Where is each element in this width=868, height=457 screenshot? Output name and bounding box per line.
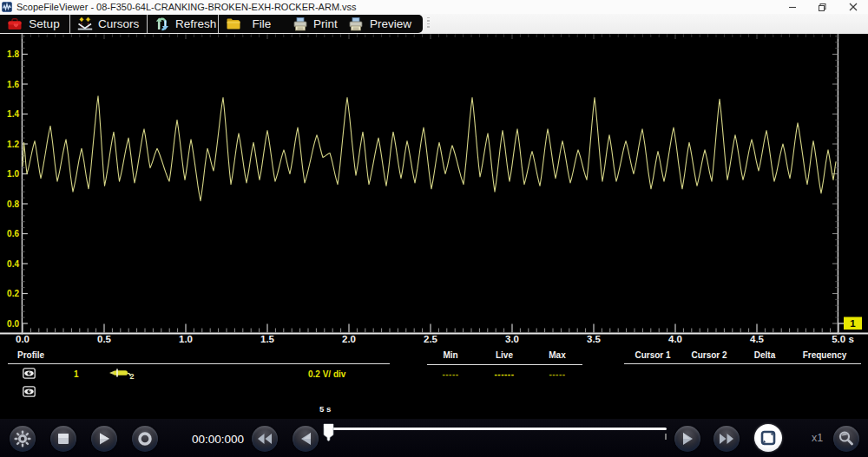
y-tick-label: 1.4 [7,109,19,119]
x-tick-label: 1.5 [260,334,275,344]
app-logo-icon [2,2,12,12]
max-column-header: Max [536,350,578,360]
plot-background [0,34,868,346]
slider-end-tick [665,434,667,440]
fast-forward-button[interactable] [713,426,740,452]
waveform-plot[interactable]: 0.00.51.01.52.02.53.03.54.04.55.0 s0.00.… [0,34,868,346]
cursor2-column-header: Cursor 2 [683,350,735,360]
y-tick-label: 0.4 [7,259,19,269]
x-tick-label: 0.0 [16,334,30,344]
x-tick-label: 2.5 [424,334,438,344]
restore-icon [818,3,827,12]
step-back-button[interactable] [293,426,319,452]
settings-gear-icon [14,430,31,447]
fast-rewind-button[interactable] [252,426,278,452]
fast-rewind-icon [257,433,273,445]
toolbox-red-icon [7,16,23,32]
folder-yellow-icon [226,16,241,32]
settings-button[interactable] [10,426,36,452]
print-preview-icon [348,16,364,32]
step-back-icon [299,432,312,446]
eye-icon[interactable] [23,368,36,379]
fit-screen-button[interactable] [754,424,782,452]
record-icon [138,432,152,446]
printer-icon [293,16,308,32]
zoom-level-label: x1 [812,432,823,444]
play-button[interactable] [91,426,117,452]
y-tick-label: 1.8 [7,49,19,59]
y-tick-label: 1.0 [7,169,19,179]
y-tick-label: 0.6 [7,229,19,238]
step-forward-button[interactable] [674,426,700,452]
channel-number: 1 [74,369,79,379]
y-axis-line [22,34,23,335]
probe-2-icon[interactable]: 2 [109,368,135,380]
frequency-column-header: Frequency [795,350,854,360]
position-slider-track[interactable] [332,428,667,430]
stop-icon [57,433,69,445]
transport-bar: 00:00:000 [0,419,868,457]
min-value: ----- [430,369,471,379]
minimize-icon [788,3,797,11]
time-display: 00:00:000 [192,433,244,446]
window-controls [777,0,868,14]
values-header-rule [427,364,582,365]
y-tick-label: 1.2 [7,140,19,149]
fit-screen-icon [760,429,777,447]
refresh-button[interactable]: Refresh [148,15,218,33]
window-title: ScopeFileViewer - 08-F350-64L-CRANKING-B… [16,0,357,14]
live-value: ------ [483,369,525,379]
record-button[interactable] [132,426,158,452]
file-button[interactable]: File [219,15,286,33]
maximize-button[interactable] [807,0,838,14]
file-button-label: File [241,17,286,30]
live-column-header: Live [483,350,525,360]
channel-marker-label: 1 [850,318,856,329]
min-column-header: Min [430,350,471,360]
right-axis-line [838,34,838,335]
cursors-icon [77,16,93,32]
title-bar: ScopeFileViewer - 08-F350-64L-CRANKING-B… [0,0,868,14]
refresh-button-label: Refresh [170,17,225,30]
eye-icon[interactable] [23,386,36,397]
position-slider-thumb[interactable] [323,423,334,441]
close-icon [849,3,858,11]
setup-button[interactable]: Setup [0,15,69,33]
preview-button[interactable]: Preview [341,15,421,33]
y-tick-label: 1.6 [7,80,19,89]
x-tick-label: 0.5 [97,334,112,344]
refresh-icon [155,16,170,32]
zoom-magnifier-icon [838,430,855,447]
y-tick-label: 0.0 [7,319,19,329]
x-tick-label: 4.0 [668,334,682,344]
y-tick-label: 0.2 [7,289,19,298]
time-range-label: 5 s [319,404,331,414]
delta-column-header: Delta [739,350,791,360]
scope-file-viewer-window: ScopeFileViewer - 08-F350-64L-CRANKING-B… [0,0,868,457]
close-button[interactable] [838,0,868,14]
y-tick-label: 0.8 [7,199,19,209]
x-tick-label: 3.5 [587,334,602,344]
cursors-header-rule [624,363,861,364]
preview-button-label: Preview [364,17,421,30]
print-button[interactable]: Print [286,15,341,33]
measurement-panel: Profile Min Live Max Cursor 1 Cursor 2 D… [0,346,868,419]
profile-header-rule [8,363,390,364]
toolbar: Setup Cursors [0,15,423,33]
x-tick-label: 2.0 [342,334,356,344]
toolbar-grip-handle[interactable] [427,17,430,29]
fast-forward-icon [719,433,734,445]
x-tick-label: 1.0 [179,334,193,344]
cursors-button[interactable]: Cursors [70,15,147,33]
stop-button[interactable] [50,426,76,452]
step-forward-icon [681,432,694,446]
cursors-button-label: Cursors [93,17,148,30]
zoom-button[interactable] [833,426,859,452]
cursor1-column-header: Cursor 1 [627,350,679,360]
minimize-button[interactable] [777,0,807,14]
x-tick-label: 3.0 [505,334,519,344]
max-value: ----- [536,369,578,379]
svg-text:2: 2 [129,372,134,380]
x-tick-label: 4.5 [750,334,765,344]
toolbar-strip: Setup Cursors [0,14,868,34]
